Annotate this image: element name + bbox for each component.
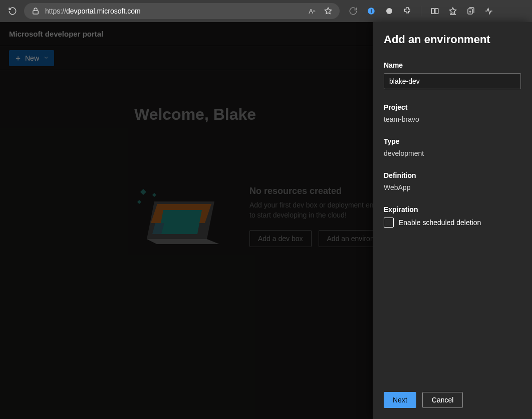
svg-rect-2 [371, 9, 372, 13]
panel-title: Add an environment [384, 33, 521, 46]
svg-rect-4 [431, 9, 434, 14]
svg-marker-11 [152, 193, 156, 197]
add-environment-panel: Add an environment Name Project team-bra… [373, 22, 532, 419]
enable-scheduled-deletion-label: Enable scheduled deletion [399, 219, 481, 227]
url-domain: devportal.microsoft.com [66, 7, 141, 15]
extensions-icon[interactable] [403, 7, 412, 16]
reload-icon [8, 7, 17, 16]
url-text: https://devportal.microsoft.com [45, 7, 303, 15]
sync-icon[interactable] [349, 7, 358, 16]
plus-icon: ＋ [14, 54, 22, 62]
laptop-illustration [134, 184, 224, 249]
panel-footer: Next Cancel [373, 384, 532, 419]
project-label: Project [384, 103, 521, 111]
definition-label: Definition [384, 171, 521, 179]
reload-button[interactable] [5, 7, 20, 16]
app-title: Microsoft developer portal [9, 30, 103, 38]
enable-scheduled-deletion-checkbox[interactable] [384, 218, 394, 228]
svg-rect-5 [435, 9, 438, 14]
browser-toolbar: https://devportal.microsoft.com A» [0, 0, 532, 22]
chevron-down-icon [43, 54, 49, 62]
password-manager-icon[interactable] [367, 7, 376, 16]
cancel-button[interactable]: Cancel [422, 392, 463, 408]
svg-point-3 [386, 8, 392, 14]
expiration-label: Expiration [384, 205, 521, 214]
collections-icon[interactable] [466, 7, 475, 16]
name-input[interactable] [384, 73, 521, 89]
project-value: team-bravo [384, 115, 521, 123]
svg-marker-12 [137, 200, 141, 204]
svg-marker-15 [159, 210, 202, 234]
favorites-bar-icon[interactable] [448, 7, 457, 16]
new-button[interactable]: ＋ New [9, 50, 54, 66]
split-screen-icon[interactable] [430, 7, 439, 16]
type-value: development [384, 149, 521, 157]
svg-marker-17 [147, 239, 219, 244]
url-prefix: https:// [45, 7, 66, 15]
definition-value: WebApp [384, 183, 521, 191]
svg-marker-10 [140, 189, 146, 195]
read-aloud-icon[interactable]: A» [308, 7, 317, 16]
favorite-icon[interactable] [324, 7, 333, 16]
address-bar[interactable]: https://devportal.microsoft.com A» [24, 3, 340, 19]
add-devbox-button[interactable]: Add a dev box [249, 230, 312, 247]
lock-icon [31, 7, 40, 16]
svg-rect-0 [33, 11, 39, 14]
toolbar-divider [421, 6, 421, 16]
new-button-label: New [25, 54, 39, 62]
name-label: Name [384, 61, 521, 69]
next-button[interactable]: Next [384, 392, 416, 408]
performance-icon[interactable] [484, 7, 493, 16]
type-label: Type [384, 137, 521, 145]
profile-icon[interactable] [385, 7, 394, 16]
